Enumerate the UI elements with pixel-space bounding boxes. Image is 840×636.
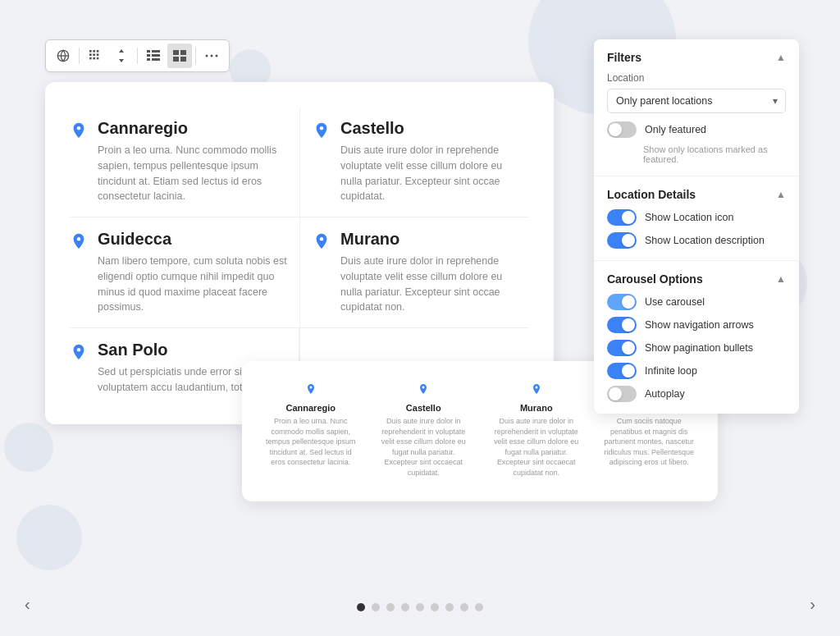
- svg-rect-18: [180, 50, 186, 55]
- use-carousel-row: Use carousel: [607, 294, 786, 310]
- pin-icon-castello: [313, 121, 331, 140]
- show-desc-thumb: [622, 234, 635, 247]
- only-featured-thumb: [609, 123, 622, 136]
- location-details-section: Location Details ▲ Show Location icon Sh…: [594, 176, 799, 261]
- show-pagination-toggle[interactable]: [607, 340, 637, 356]
- infinite-loop-thumb: [622, 364, 635, 377]
- dot-5[interactable]: [416, 603, 424, 611]
- carousel-cannaregio-desc: Proin a leo urna. Nunc commodo mollis sa…: [263, 416, 358, 468]
- dot-1[interactable]: [357, 603, 365, 611]
- dot-6[interactable]: [431, 603, 439, 611]
- murano-desc: Duis aute irure dolor in reprehende volu…: [340, 254, 517, 315]
- use-carousel-toggle[interactable]: [607, 294, 637, 310]
- autoplay-row: Autoplay: [607, 386, 786, 402]
- location-cannaregio: Cannaregio Proin a leo urna. Nunc commod…: [70, 107, 299, 217]
- more-button[interactable]: [199, 43, 224, 68]
- use-carousel-thumb: [622, 295, 635, 309]
- grid-button[interactable]: [83, 43, 107, 68]
- carousel-murano-desc: Duis aute irure dolor in reprehenderit i…: [489, 416, 584, 478]
- svg-rect-17: [173, 50, 179, 55]
- show-nav-thumb: [622, 318, 635, 332]
- use-carousel-track: [607, 294, 637, 310]
- carousel-options-chevron-icon: ▲: [776, 273, 786, 285]
- only-featured-toggle-row: Only featured: [607, 121, 786, 138]
- show-icon-toggle[interactable]: [607, 209, 637, 226]
- show-nav-label: Show navigation arrows: [645, 319, 754, 331]
- svg-rect-7: [97, 53, 99, 56]
- next-arrow[interactable]: ›: [801, 591, 824, 618]
- carousel-cannaregio: Cannaregio Proin a leo urna. Nunc commod…: [258, 377, 363, 485]
- location-select-wrapper: Only parent locations All locations Feat…: [607, 89, 786, 113]
- show-pagination-label: Show pagination bullets: [645, 342, 753, 354]
- castello-desc: Duis aute irure dolor in reprehende volu…: [340, 143, 517, 204]
- dot-8[interactable]: [460, 603, 468, 611]
- carousel-pin-castello: [377, 384, 472, 400]
- location-select[interactable]: Only parent locations All locations Feat…: [607, 89, 786, 113]
- filters-header-section: Filters ▲ Location Only parent locations…: [594, 39, 799, 176]
- location-details-title: Location Details: [607, 188, 696, 201]
- carousel-options-header: Carousel Options ▲: [607, 272, 786, 286]
- svg-point-21: [206, 55, 208, 57]
- autoplay-toggle[interactable]: [607, 386, 637, 402]
- show-desc-row: Show Location description: [607, 232, 786, 249]
- dot-9[interactable]: [475, 603, 483, 611]
- location-details-header: Location Details ▲: [607, 188, 786, 201]
- show-icon-label: Show Location icon: [645, 212, 733, 223]
- guidecca-content: Guidecca Nam libero tempore, cum soluta …: [98, 230, 287, 315]
- globe-button[interactable]: [51, 43, 75, 68]
- carousel-murano: Murano Duis aute irure dolor in reprehen…: [484, 377, 589, 485]
- cannaregio-content: Cannaregio Proin a leo urna. Nunc commod…: [98, 119, 287, 204]
- pin-icon-guidecca: [70, 232, 88, 250]
- carousel-pin-cannaregio: [263, 384, 358, 400]
- dot-2[interactable]: [372, 603, 380, 611]
- guidecca-title: Guidecca: [98, 230, 287, 249]
- location-label: Location: [607, 72, 786, 84]
- only-featured-toggle[interactable]: [607, 121, 637, 138]
- svg-rect-12: [152, 50, 160, 53]
- location-castello: Castello Duis aute irure dolor in repreh…: [299, 107, 529, 217]
- svg-rect-10: [97, 57, 99, 60]
- toolbar: [45, 39, 230, 72]
- svg-rect-5: [89, 53, 92, 56]
- prev-arrow[interactable]: ‹: [16, 591, 39, 618]
- pagination: [357, 603, 483, 611]
- show-icon-row: Show Location icon: [607, 209, 786, 226]
- only-featured-track: [607, 121, 637, 138]
- carousel-pin-murano: [489, 384, 584, 400]
- show-pagination-track: [607, 340, 637, 356]
- autoplay-label: Autoplay: [645, 388, 685, 400]
- infinite-loop-row: Infinite loop: [607, 363, 786, 379]
- block-button[interactable]: [167, 43, 192, 68]
- show-pagination-row: Show pagination bullets: [607, 340, 786, 356]
- show-desc-toggle[interactable]: [607, 232, 637, 249]
- show-nav-toggle[interactable]: [607, 317, 637, 333]
- svg-rect-20: [180, 57, 186, 62]
- only-featured-label: Only featured: [645, 124, 706, 135]
- carousel-sanmarco-desc: Cum sociis natoque penatibus et magnis d…: [602, 416, 697, 468]
- svg-rect-15: [147, 58, 150, 61]
- dot-7[interactable]: [445, 603, 454, 611]
- show-pagination-thumb: [622, 341, 635, 355]
- svg-point-23: [216, 55, 218, 57]
- dot-4[interactable]: [401, 603, 409, 611]
- cannaregio-title: Cannaregio: [98, 119, 287, 138]
- carousel-castello: Castello Duis aute irure dolor in repreh…: [372, 377, 477, 485]
- carousel-castello-title: Castello: [377, 403, 472, 413]
- pin-icon-murano: [313, 232, 331, 250]
- show-icon-thumb: [622, 211, 635, 224]
- show-desc-track: [607, 232, 637, 249]
- dot-3[interactable]: [386, 603, 395, 611]
- use-carousel-label: Use carousel: [645, 296, 705, 308]
- svg-rect-2: [89, 50, 92, 53]
- divider-1: [79, 48, 80, 64]
- filters-section-header: Filters ▲: [607, 51, 786, 64]
- castello-content: Castello Duis aute irure dolor in repreh…: [340, 119, 517, 204]
- list-button[interactable]: [141, 43, 166, 68]
- show-nav-row: Show navigation arrows: [607, 317, 786, 333]
- deco-circle-5: [4, 423, 53, 472]
- sort-button[interactable]: [109, 43, 134, 68]
- carousel-murano-title: Murano: [489, 403, 584, 413]
- infinite-loop-toggle[interactable]: [607, 363, 637, 379]
- sanpolo-title: San Polo: [98, 341, 286, 359]
- carousel-castello-desc: Duis aute irure dolor in reprehenderit i…: [377, 416, 472, 478]
